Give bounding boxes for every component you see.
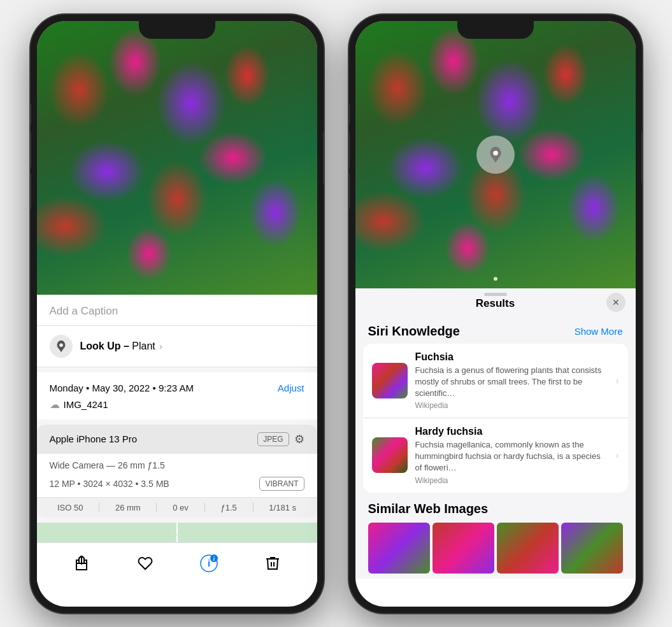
like-button[interactable]	[131, 549, 159, 577]
left-phone: Add a Caption Look Up – Plant ›	[31, 15, 324, 613]
svg-text:i: i	[207, 558, 210, 568]
dot-indicator	[494, 277, 497, 281]
svg-point-0	[59, 343, 63, 347]
siri-knowledge-header: Siri Knowledge Show More	[355, 316, 636, 344]
right-phone: Results ✕ Siri Knowledge Show More Fuchs…	[349, 15, 642, 613]
date-text: Monday • May 30, 2022 • 9:23 AM	[50, 383, 194, 393]
share-button[interactable]	[68, 549, 96, 577]
exif-ev: 0 ev	[173, 503, 189, 512]
volume-down-button-right[interactable]	[349, 174, 350, 209]
similar-image-1[interactable]	[368, 523, 430, 574]
similar-image-4[interactable]	[561, 523, 623, 574]
camera-info-line: Wide Camera — 26 mm ƒ1.5	[50, 460, 304, 470]
home-indicator-right	[454, 593, 537, 596]
device-header: Apple iPhone 13 Pro JPEG ⚙	[37, 425, 317, 454]
photo-view-right[interactable]	[355, 21, 636, 288]
drag-handle[interactable]	[484, 293, 507, 296]
camera-info: Wide Camera — 26 mm ƒ1.5	[37, 454, 317, 477]
svg-text:i: i	[213, 556, 215, 562]
volume-down-button[interactable]	[31, 174, 31, 209]
info-panel: Add a Caption Look Up – Plant ›	[37, 295, 317, 580]
similar-image-3[interactable]	[497, 523, 559, 574]
left-screen-content: Add a Caption Look Up – Plant ›	[37, 21, 317, 607]
settings-icon[interactable]: ⚙	[294, 432, 304, 446]
adjust-button[interactable]: Adjust	[278, 383, 304, 393]
lookup-icon	[50, 335, 73, 358]
filename-text: IMG_4241	[64, 399, 108, 410]
device-card: Apple iPhone 13 Pro JPEG ⚙ Wide Camera —…	[37, 425, 317, 518]
hardy-text: Hardy fuchsia Fuchsia magellanica, commo…	[415, 426, 608, 485]
caption-area[interactable]: Add a Caption	[37, 295, 317, 326]
bottom-toolbar: i i	[37, 542, 317, 584]
lookup-row[interactable]: Look Up – Plant ›	[37, 326, 317, 367]
exif-divider-3	[204, 503, 205, 512]
right-screen-content: Results ✕ Siri Knowledge Show More Fuchs…	[355, 21, 636, 607]
hardy-thumbnail	[372, 437, 408, 473]
photo-view[interactable]	[37, 21, 317, 295]
left-phone-screen: Add a Caption Look Up – Plant ›	[37, 21, 317, 607]
delete-button[interactable]	[259, 549, 287, 577]
caption-placeholder[interactable]: Add a Caption	[50, 305, 118, 317]
notch-right	[457, 21, 534, 39]
notch	[139, 21, 215, 39]
similar-images-grid	[368, 523, 623, 574]
mute-button-right[interactable]	[349, 104, 350, 124]
fuchsia-thumbnail	[372, 363, 408, 398]
date-row: Monday • May 30, 2022 • 9:23 AM Adjust	[37, 372, 317, 396]
cloud-icon: ☁	[50, 398, 60, 411]
mute-button[interactable]	[31, 104, 31, 124]
knowledge-item-fuchsia[interactable]: Fuchsia Fuchsia is a genus of flowering …	[363, 344, 628, 418]
exif-shutter: 1/181 s	[269, 503, 296, 512]
show-more-button[interactable]: Show More	[575, 326, 623, 337]
device-name: Apple iPhone 13 Pro	[50, 433, 138, 444]
hardy-name: Hardy fuchsia	[415, 426, 608, 437]
lookup-label: Look Up – Plant ›	[80, 341, 162, 352]
results-header: Results ✕	[355, 288, 636, 316]
hardy-desc: Fuchsia magellanica, commonly known as t…	[415, 439, 608, 474]
vibrant-row: 12 MP • 3024 × 4032 • 3.5 MB VIBRANT	[37, 477, 317, 497]
exif-divider-2	[156, 503, 157, 512]
exif-focal: 26 mm	[115, 503, 141, 512]
svg-point-12	[493, 150, 498, 155]
photo-flower-background	[37, 21, 317, 295]
fuchsia-desc: Fuchsia is a genus of flowering plants t…	[415, 365, 608, 400]
power-button-right[interactable]	[641, 132, 642, 183]
info-button[interactable]: i i	[195, 549, 223, 577]
siri-knowledge-title: Siri Knowledge	[368, 324, 460, 339]
fuchsia-name: Fuchsia	[415, 351, 608, 363]
visual-lookup-button[interactable]	[476, 136, 515, 174]
exif-aperture: ƒ1.5	[220, 503, 236, 512]
results-panel: Results ✕ Siri Knowledge Show More Fuchs…	[355, 288, 636, 579]
filename-row: ☁ IMG_4241	[37, 396, 317, 419]
mp-text: 12 MP • 3024 × 4032 • 3.5 MB	[50, 479, 169, 489]
hardy-source: Wikipedia	[415, 476, 608, 485]
volume-up-button-right[interactable]	[349, 132, 350, 167]
home-indicator	[136, 593, 218, 596]
exif-divider-1	[99, 503, 99, 512]
fuchsia-source: Wikipedia	[415, 401, 608, 410]
exif-iso: ISO 50	[57, 503, 83, 512]
jpeg-badge: JPEG	[257, 432, 289, 446]
results-title: Results	[476, 297, 515, 310]
similar-image-2[interactable]	[433, 523, 494, 574]
right-phone-screen: Results ✕ Siri Knowledge Show More Fuchs…	[355, 21, 636, 607]
results-close-button[interactable]: ✕	[606, 293, 626, 312]
similar-section: Similar Web Images	[355, 493, 636, 579]
lookup-chevron-icon: ›	[159, 341, 162, 351]
similar-title: Similar Web Images	[368, 502, 623, 516]
hardy-chevron-icon: ›	[616, 450, 619, 460]
knowledge-card: Fuchsia Fuchsia is a genus of flowering …	[363, 344, 628, 493]
exif-divider-4	[253, 503, 254, 512]
device-badges: JPEG ⚙	[257, 432, 304, 446]
knowledge-item-hardy[interactable]: Hardy fuchsia Fuchsia magellanica, commo…	[363, 418, 628, 493]
volume-up-button[interactable]	[31, 132, 31, 167]
exif-row: ISO 50 26 mm 0 ev ƒ1.5 1/181 s	[37, 497, 317, 518]
power-button[interactable]	[323, 132, 324, 183]
fuchsia-chevron-icon: ›	[616, 376, 619, 386]
vibrant-badge: VIBRANT	[259, 477, 304, 491]
fuchsia-text: Fuchsia Fuchsia is a genus of flowering …	[415, 351, 608, 411]
